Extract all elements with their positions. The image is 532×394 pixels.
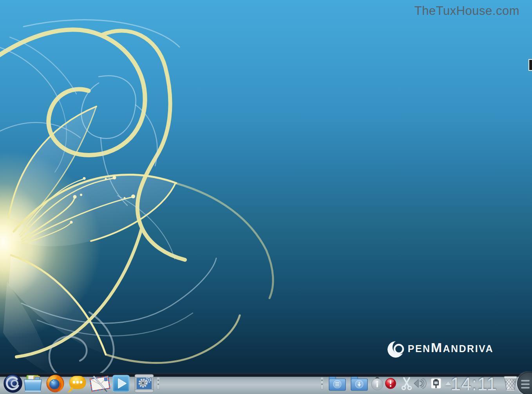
documents-folder-icon[interactable] <box>328 375 346 392</box>
panel-handle-tray[interactable] <box>320 377 324 390</box>
taskbar-panel: 14:11 <box>0 373 532 394</box>
device-notifier-icon[interactable] <box>371 376 384 391</box>
email-icon[interactable] <box>89 373 111 394</box>
media-player-icon[interactable] <box>112 374 130 392</box>
wallpaper-flower-art <box>0 0 532 394</box>
application-launcher-icon[interactable] <box>3 374 23 393</box>
openmandriva-logo-text: PENMANDRIVA <box>408 338 494 360</box>
openmandriva-crescent-icon <box>387 338 408 360</box>
control-center-icon[interactable] <box>134 374 154 393</box>
screen-edge-marker[interactable] <box>528 59 532 71</box>
watermark-text: TheTuxHouse.com <box>414 4 519 18</box>
file-manager-icon[interactable] <box>23 374 43 393</box>
firefox-icon[interactable] <box>45 374 65 393</box>
downloads-folder-icon[interactable] <box>350 375 368 392</box>
messenger-icon[interactable] <box>67 374 88 393</box>
klipper-clipboard-icon[interactable] <box>430 377 442 390</box>
panel-handle-left[interactable] <box>157 377 160 390</box>
openmandriva-logo: PENMANDRIVA <box>387 338 494 360</box>
volume-icon[interactable] <box>411 376 428 391</box>
desktop: TheTuxHouse.com PENMANDRIVA <box>0 0 532 394</box>
error-notification-icon[interactable] <box>385 378 396 389</box>
panel-clock[interactable]: 14:11 <box>451 373 499 394</box>
